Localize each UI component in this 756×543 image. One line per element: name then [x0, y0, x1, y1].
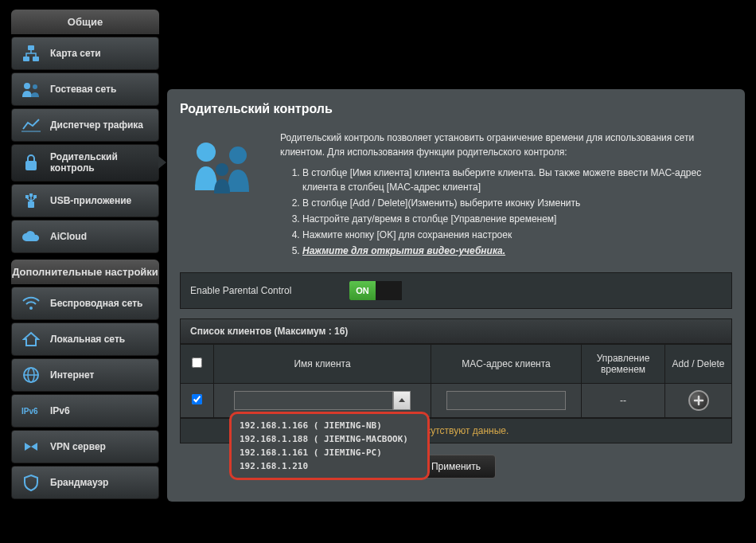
col-header-time: Управление временем — [582, 345, 665, 384]
client-name-input[interactable] — [234, 391, 393, 410]
traffic-icon — [20, 115, 42, 135]
svg-point-16 — [197, 143, 216, 162]
svg-marker-19 — [399, 398, 405, 402]
col-header-mac: MAC-адрес клиента — [431, 345, 582, 384]
intro-step: В столбце [Add / Delete](Изменить) выбер… — [302, 196, 732, 210]
table-row: 192.168.1.166 ( JIEMING-NB) 192.168.1.18… — [181, 384, 732, 418]
svg-rect-2 — [33, 57, 39, 61]
toggle-on-label: ON — [349, 281, 376, 300]
sidebar-item-aicloud[interactable]: AiCloud — [11, 220, 159, 253]
client-dropdown-list: 192.168.1.166 ( JIEMING-NB) 192.168.1.18… — [229, 412, 430, 480]
svg-rect-0 — [28, 45, 34, 50]
intro-step: Настройте дату/время в столбце [Управлен… — [302, 212, 732, 226]
sidebar-item-ipv6[interactable]: IPv6 IPv6 — [11, 394, 159, 428]
intro-step: В столбце [Имя клиента] клиента выберите… — [302, 166, 732, 194]
sidebar-item-label: Карта сети — [50, 48, 101, 59]
svg-rect-10 — [28, 201, 34, 208]
clients-section-header: Список клиентов (Максимум : 16) — [180, 318, 732, 344]
globe-icon — [20, 365, 42, 385]
intro-text: Родительский контроль позволяет установи… — [280, 131, 732, 260]
col-header-add: Add / Delete — [665, 345, 732, 384]
sidebar-item-label: AiCloud — [50, 231, 87, 242]
svg-point-4 — [33, 84, 37, 89]
svg-point-11 — [29, 307, 33, 310]
dropdown-option[interactable]: 192.168.1.166 ( JIEMING-NB) — [240, 419, 419, 432]
sidebar-item-vpn[interactable]: VPN сервер — [11, 430, 159, 463]
enable-label: Enable Parental Control — [190, 285, 349, 296]
sidebar-item-label: IPv6 — [50, 405, 70, 416]
svg-point-3 — [24, 83, 30, 89]
svg-text:IPv6: IPv6 — [21, 407, 38, 416]
sidebar-header-advanced: Дополнительные настройки — [11, 260, 159, 284]
svg-point-17 — [229, 146, 247, 164]
sidebar-item-label: Брандмауэр — [50, 477, 108, 488]
shield-icon — [20, 473, 42, 492]
sidebar-item-network-map[interactable]: Карта сети — [11, 37, 159, 70]
usb-icon — [20, 191, 42, 210]
svg-rect-7 — [29, 193, 33, 197]
select-all-checkbox[interactable] — [192, 357, 202, 368]
video-tutorial-link[interactable]: Нажмите для открытия видео-учебника. — [302, 245, 505, 256]
sidebar-item-usb-app[interactable]: USB-приложение — [11, 184, 159, 217]
wifi-icon — [20, 294, 42, 313]
intro-paragraph: Родительский контроль позволяет установи… — [280, 131, 732, 159]
time-cell: -- — [582, 384, 665, 418]
svg-rect-8 — [25, 195, 29, 198]
col-header-checkbox — [181, 345, 214, 384]
dropdown-option[interactable]: 192.168.1.210 — [240, 459, 419, 473]
home-icon — [20, 330, 42, 349]
svg-rect-9 — [33, 195, 37, 198]
mac-address-input[interactable] — [446, 391, 566, 410]
sidebar-item-firewall[interactable]: Брандмауэр — [11, 466, 159, 499]
guest-icon — [20, 80, 42, 99]
sidebar-item-label: Родительский контроль — [50, 151, 150, 174]
sidebar-item-parental-control[interactable]: Родительский контроль — [11, 144, 159, 182]
row-checkbox[interactable] — [192, 394, 202, 404]
family-icon — [180, 131, 267, 202]
network-map-icon — [20, 44, 42, 63]
sidebar-item-wan[interactable]: Интернет — [11, 358, 159, 392]
dropdown-option[interactable]: 192.168.1.161 ( JIEMING-PC) — [240, 446, 419, 459]
sidebar-item-wireless[interactable]: Беспроводная сеть — [11, 287, 159, 320]
sidebar-item-label: Интернет — [50, 369, 94, 381]
sidebar-item-label: Беспроводная сеть — [50, 298, 142, 309]
svg-point-18 — [216, 163, 228, 176]
enable-toggle[interactable]: ON — [349, 281, 402, 300]
ipv6-icon: IPv6 — [20, 401, 42, 420]
sidebar-item-guest-network[interactable]: Гостевая сеть — [11, 72, 159, 106]
col-header-name: Имя клиента — [214, 345, 431, 384]
client-table: Имя клиента MAC-адрес клиента Управление… — [180, 344, 732, 418]
sidebar-item-label: USB-приложение — [50, 195, 131, 206]
svg-rect-6 — [25, 161, 37, 170]
lock-icon — [20, 153, 42, 172]
sidebar-item-label: Гостевая сеть — [50, 84, 116, 95]
svg-rect-1 — [23, 57, 29, 61]
intro-step: Нажмите кнопку [OK] для сохранения настр… — [302, 228, 732, 242]
cloud-icon — [20, 227, 42, 246]
sidebar-item-label: VPN сервер — [50, 441, 106, 452]
sidebar-header-general: Общие — [11, 10, 159, 34]
enable-row: Enable Parental Control ON — [180, 272, 732, 309]
sidebar-item-label: Локальная сеть — [50, 334, 125, 345]
sidebar-item-lan[interactable]: Локальная сеть — [11, 322, 159, 356]
sidebar: Общие Карта сети Гостевая сеть Диспетчер… — [11, 10, 159, 502]
sidebar-item-traffic-manager[interactable]: Диспетчер трафика — [11, 108, 159, 142]
page-title: Родительский контроль — [180, 102, 732, 116]
main-content: Родительский контроль Родительский контр… — [167, 89, 745, 502]
add-client-button[interactable] — [688, 390, 709, 411]
intro-step: Нажмите для открытия видео-учебника. — [302, 244, 732, 258]
vpn-icon — [20, 437, 42, 456]
toggle-off-side — [376, 281, 402, 300]
sidebar-item-label: Диспетчер трафика — [50, 119, 143, 131]
client-dropdown-button[interactable] — [393, 391, 411, 410]
dropdown-option[interactable]: 192.168.1.188 ( JIEMING-MACBOOK) — [240, 432, 419, 446]
